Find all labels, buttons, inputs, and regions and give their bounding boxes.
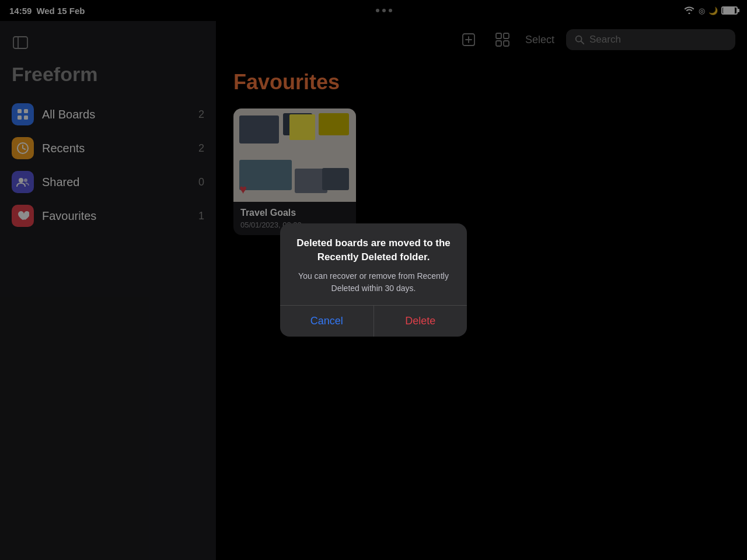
dialog-message: You can recover or remove from Recently … xyxy=(294,270,453,295)
delete-button[interactable]: Delete xyxy=(374,306,467,337)
dialog-body: Deleted boards are moved to the Recently… xyxy=(280,223,467,305)
delete-dialog: Deleted boards are moved to the Recently… xyxy=(280,223,467,337)
cancel-button[interactable]: Cancel xyxy=(280,306,374,337)
dialog-overlay: Deleted boards are moved to the Recently… xyxy=(0,0,747,560)
dialog-title: Deleted boards are moved to the Recently… xyxy=(294,236,453,264)
dialog-buttons: Cancel Delete xyxy=(280,305,467,337)
